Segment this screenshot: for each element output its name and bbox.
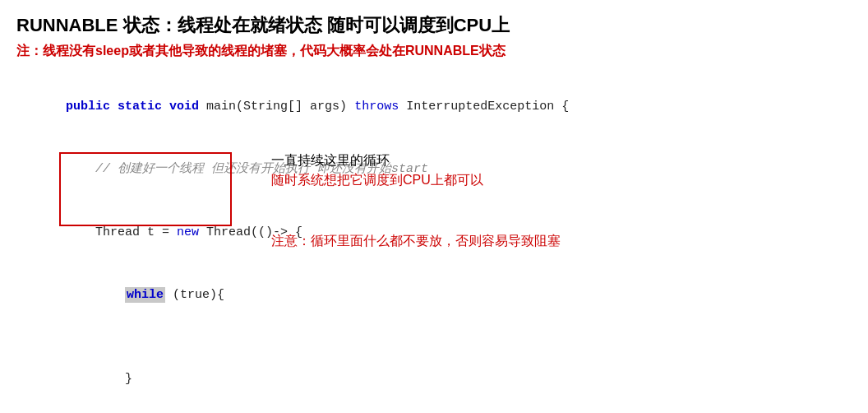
code-line-empty	[36, 327, 852, 348]
code-line-1: public static void main(String[] args) t…	[36, 75, 852, 138]
annotation-1: 一直持续这里的循环	[271, 152, 390, 169]
code-line-while-close: }	[36, 348, 852, 411]
code-line-while: while (true){	[36, 264, 852, 327]
title-heading: RUNNABLE 状态：线程处在就绪状态 随时可以调度到CPU上	[16, 13, 852, 38]
annotation-2: 随时系统想把它调度到CPU上都可以	[271, 172, 483, 189]
title-note: 注：线程没有sleep或者其他导致的线程的堵塞，代码大概率会处在RUNNABLE…	[16, 43, 852, 60]
annotation-3: 注意：循环里面什么都不要放，否则容易导致阻塞	[271, 233, 561, 250]
code-comment: // 创建好一个线程 但还没有开始执行 即还没有开始start	[36, 138, 852, 202]
